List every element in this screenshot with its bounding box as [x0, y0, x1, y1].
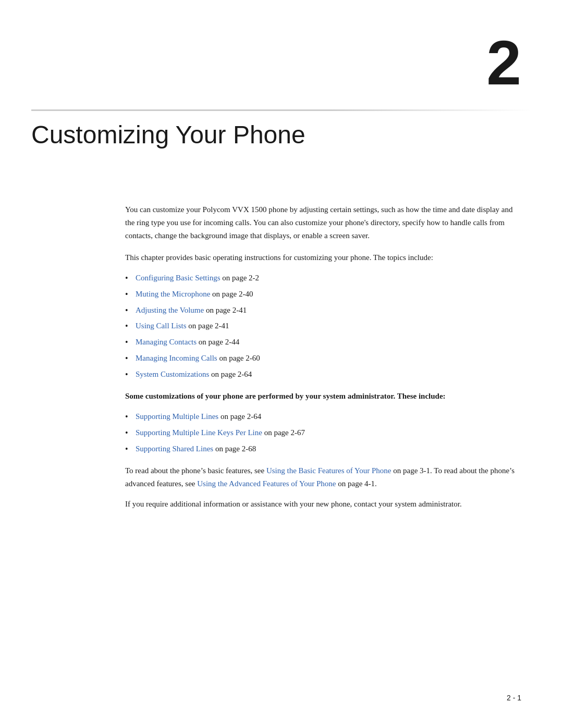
footer-suffix-text: on page 4-1. [336, 479, 377, 488]
list-item: Managing Contacts on page 2-44 [125, 336, 521, 349]
advanced-features-link[interactable]: Using the Advanced Features of Your Phon… [197, 479, 336, 488]
managing-contacts-link[interactable]: Managing Contacts [136, 338, 197, 346]
list-item: Using Call Lists on page 2-41 [125, 319, 521, 332]
supporting-multiple-line-keys-link[interactable]: Supporting Multiple Line Keys Per Line [136, 428, 262, 437]
footer-prefix-text: To read about the phone’s basic features… [125, 466, 266, 475]
list-item-text: on page 2-41 [204, 306, 247, 314]
list-item-text: on page 2-40 [210, 290, 253, 298]
list-item-text: on page 2-64 [218, 412, 261, 421]
list-item: Supporting Multiple Lines on page 2-64 [125, 410, 521, 423]
list-item: Managing Incoming Calls on page 2-60 [125, 352, 521, 365]
list-item: Configuring Basic Settings on page 2-2 [125, 272, 521, 285]
list-item-text: on page 2-2 [221, 274, 260, 282]
basic-features-link[interactable]: Using the Basic Features of Your Phone [266, 466, 391, 475]
admin-list: Supporting Multiple Lines on page 2-64 S… [125, 410, 521, 455]
using-call-lists-link[interactable]: Using Call Lists [136, 322, 187, 330]
configuring-basic-settings-link[interactable]: Configuring Basic Settings [136, 274, 221, 282]
list-item: System Customizations on page 2-64 [125, 368, 521, 381]
footer-paragraph-2: If you require additional information or… [125, 498, 521, 511]
page-container: 2 Customizing Your Phone You can customi… [0, 0, 563, 728]
footer-paragraph-1: To read about the phone’s basic features… [125, 464, 521, 490]
list-item-text: on page 2-44 [197, 338, 239, 346]
list-item-text: on page 2-41 [187, 322, 229, 330]
muting-microphone-link[interactable]: Muting the Microphone [136, 290, 210, 298]
adjusting-volume-link[interactable]: Adjusting the Volume [136, 306, 204, 314]
topics-list: Configuring Basic Settings on page 2-2 M… [125, 272, 521, 380]
list-item: Adjusting the Volume on page 2-41 [125, 304, 521, 317]
list-item-text: on page 2-64 [209, 370, 252, 378]
supporting-multiple-lines-link[interactable]: Supporting Multiple Lines [136, 412, 218, 421]
list-item: Supporting Multiple Line Keys Per Line o… [125, 426, 521, 439]
page-number: 2 - 1 [507, 694, 521, 702]
supporting-shared-lines-link[interactable]: Supporting Shared Lines [136, 445, 213, 453]
admin-paragraph: Some customizations of your phone are pe… [125, 390, 521, 403]
list-item-text: on page 2-60 [217, 354, 260, 362]
topics-intro: This chapter provides basic operating in… [125, 251, 521, 264]
chapter-title: Customizing Your Phone [31, 120, 532, 150]
chapter-number: 2 [486, 31, 521, 94]
system-customizations-link[interactable]: System Customizations [136, 370, 209, 378]
list-item-text: on page 2-67 [262, 428, 305, 437]
list-item: Supporting Shared Lines on page 2-68 [125, 442, 521, 455]
content-area: You can customize your Polycom VVX 1500 … [125, 203, 521, 518]
intro-paragraph: You can customize your Polycom VVX 1500 … [125, 203, 521, 242]
managing-incoming-calls-link[interactable]: Managing Incoming Calls [136, 354, 217, 362]
chapter-divider [31, 109, 532, 111]
list-item: Muting the Microphone on page 2-40 [125, 288, 521, 301]
list-item-text: on page 2-68 [213, 445, 256, 453]
